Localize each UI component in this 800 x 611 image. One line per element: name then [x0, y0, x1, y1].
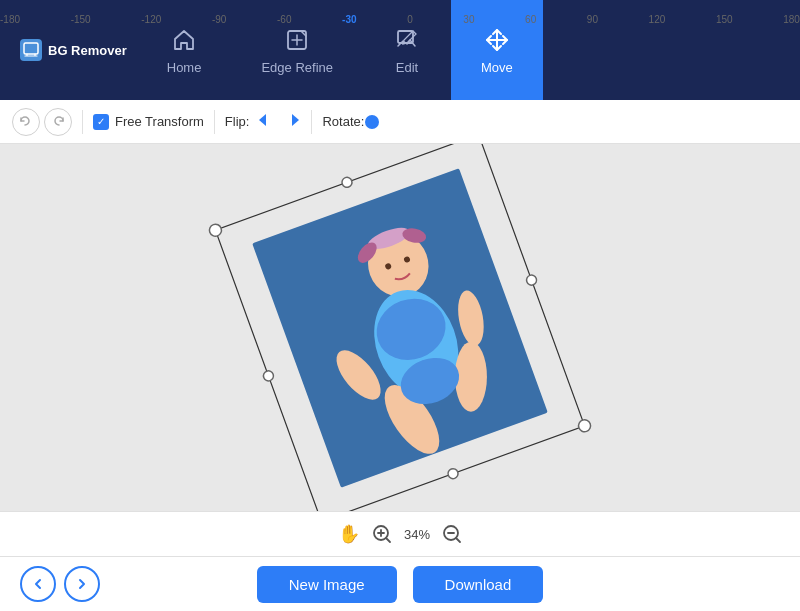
edit-label: Edit — [396, 60, 418, 75]
home-label: Home — [167, 60, 202, 75]
canvas-area — [0, 144, 800, 511]
free-transform-label: Free Transform — [115, 114, 204, 129]
footer: New Image Download — [0, 556, 800, 611]
download-button[interactable]: Download — [413, 566, 544, 603]
toolbar: ✓ Free Transform Flip: Rotate: — [0, 100, 800, 144]
free-transform-checkbox[interactable]: ✓ — [93, 114, 109, 130]
flip-section: Flip: — [225, 111, 302, 133]
svg-point-26 — [447, 467, 460, 480]
canvas-svg — [100, 168, 700, 488]
flip-horizontal-button[interactable] — [257, 111, 275, 133]
toolbar-controls: ✓ Free Transform Flip: Rotate: — [12, 100, 372, 143]
rotate-section: Rotate: -180 -150 -120 -90 -60 -30 0 30 … — [322, 114, 372, 129]
svg-marker-3 — [259, 114, 266, 126]
redo-icon — [51, 115, 65, 129]
zoom-out-button[interactable] — [442, 524, 462, 544]
svg-point-20 — [208, 222, 223, 237]
free-transform-group: ✓ Free Transform — [93, 114, 204, 130]
footer-nav-left — [20, 566, 100, 602]
svg-point-22 — [577, 418, 592, 433]
svg-point-25 — [525, 273, 538, 286]
flip-vertical-button[interactable] — [283, 111, 301, 133]
undo-icon — [19, 115, 33, 129]
undo-button[interactable] — [12, 108, 40, 136]
zoom-bar: ✋ 34% — [0, 511, 800, 556]
new-image-button[interactable]: New Image — [257, 566, 397, 603]
main-content: ✋ 34% — [0, 144, 800, 556]
divider-1 — [82, 110, 83, 134]
move-icon — [483, 26, 511, 54]
edge-refine-label: Edge Refine — [261, 60, 333, 75]
next-button[interactable] — [64, 566, 100, 602]
move-label: Move — [481, 60, 513, 75]
next-icon — [75, 577, 89, 591]
flip-label: Flip: — [225, 114, 250, 129]
zoom-percentage: 34% — [404, 527, 430, 542]
edit-icon — [393, 26, 421, 54]
svg-point-10 — [455, 341, 487, 411]
svg-point-24 — [341, 175, 354, 188]
pan-button[interactable]: ✋ — [338, 523, 360, 545]
zoom-in-button[interactable] — [372, 524, 392, 544]
flip-horizontal-icon — [257, 111, 275, 129]
divider-2 — [214, 110, 215, 134]
app-title: BG Remover — [48, 43, 127, 58]
zoom-out-icon — [442, 524, 462, 544]
svg-point-27 — [262, 369, 275, 382]
undo-redo-group — [12, 108, 72, 136]
svg-marker-4 — [292, 114, 299, 126]
redo-button[interactable] — [44, 108, 72, 136]
flip-vertical-icon — [283, 111, 301, 129]
prev-button[interactable] — [20, 566, 56, 602]
rotate-label: Rotate: — [322, 114, 364, 129]
rotate-thumb[interactable] — [365, 115, 379, 129]
zoom-in-icon — [372, 524, 392, 544]
prev-icon — [31, 577, 45, 591]
edge-refine-icon — [283, 26, 311, 54]
svg-rect-0 — [24, 43, 38, 54]
rotate-scale-labels: -180 -150 -120 -90 -60 -30 0 30 60 90 12… — [0, 14, 800, 25]
divider-3 — [311, 110, 312, 134]
home-icon — [170, 26, 198, 54]
zoom-level-display: 34% — [404, 527, 430, 542]
logo-icon — [20, 39, 42, 61]
